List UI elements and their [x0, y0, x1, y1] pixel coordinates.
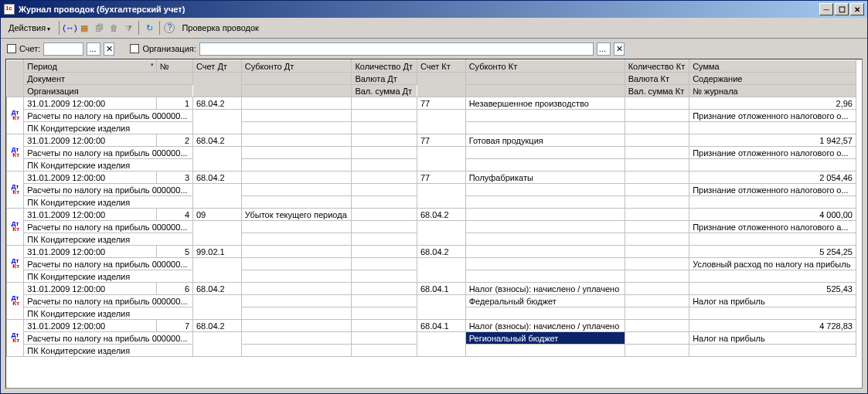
cell-subkonto-dt2: [241, 258, 352, 270]
col-valsum-kt[interactable]: Вал. сумма Кт: [625, 85, 689, 97]
cell-sum: 2 054,46: [689, 172, 856, 184]
cell-subkonto-dt: [241, 320, 352, 332]
col-valsum-dt[interactable]: Вал. сумма Дт: [352, 85, 417, 97]
cell-document: Расчеты по налогу на прибыль 000000...: [24, 258, 193, 270]
account-input[interactable]: [43, 42, 83, 56]
table-row[interactable]: Дт Кт31.01.2009 12:00:00668.04.268.04.1Н…: [7, 283, 856, 295]
cell-no: 2: [156, 134, 192, 147]
account-checkbox[interactable]: [7, 44, 16, 53]
col-qty-kt[interactable]: Количество Кт: [625, 60, 689, 73]
cell-currency-dt: [352, 110, 417, 122]
copy-icon[interactable]: 🗐: [93, 22, 105, 34]
check-entries-button[interactable]: Проверка проводок: [177, 21, 263, 35]
cell-subkonto-kt2: [465, 258, 625, 270]
app-icon: [4, 4, 15, 15]
table-row[interactable]: Расчеты по налогу на прибыль 000000...Пр…: [7, 184, 856, 196]
account-picker-button[interactable]: ...: [87, 42, 100, 56]
cell-subkonto-dt: [241, 97, 352, 110]
help-icon[interactable]: ?: [164, 22, 175, 33]
cell-period: 31.01.2009 12:00:00: [24, 283, 156, 295]
cell-account-kt: 77: [417, 97, 465, 110]
table-row[interactable]: Расчеты по налогу на прибыль 000000...Пр…: [7, 147, 856, 159]
cell-period: 31.01.2009 12:00:00: [24, 209, 156, 221]
col-currency-dt[interactable]: Валюта Дт: [352, 73, 417, 85]
cell-currency-dt: [352, 221, 417, 233]
org-checkbox[interactable]: [130, 44, 139, 53]
table-row[interactable]: Дт Кт31.01.2009 12:00:00409Убыток текуще…: [7, 209, 856, 221]
cell-qty-dt: [352, 246, 417, 258]
cell-subkonto-dt2: [241, 295, 352, 307]
col-document[interactable]: Документ: [24, 73, 193, 85]
account-clear-button[interactable]: ✕: [104, 42, 114, 56]
icon-column-header[interactable]: [7, 60, 24, 97]
table-row[interactable]: Дт Кт31.01.2009 12:00:00768.04.268.04.1Н…: [7, 320, 856, 332]
col-account-kt[interactable]: Счет Кт: [417, 60, 465, 73]
cell-organization: ПК Кондитерские изделия: [24, 196, 193, 209]
cell-subkonto-dt2: [241, 332, 352, 345]
table-row[interactable]: Расчеты по налогу на прибыль 000000...Пр…: [7, 221, 856, 233]
table-row[interactable]: Дт Кт31.01.2009 12:00:00268.04.277Готова…: [7, 134, 856, 147]
table-row[interactable]: Расчеты по налогу на прибыль 000000...Пр…: [7, 110, 856, 122]
cell-account-kt: 68.04.2: [417, 209, 465, 221]
col-journal-no[interactable]: № журнала: [689, 85, 856, 97]
org-picker-button[interactable]: ...: [597, 42, 611, 56]
actions-dropdown[interactable]: Действия: [4, 21, 55, 35]
delete-icon[interactable]: 🗑: [107, 22, 120, 34]
cell-currency-kt: [625, 221, 689, 233]
app-window: Журнал проводок (бухгалтерский учет) ─ ☐…: [0, 0, 868, 394]
grid[interactable]: Период № Счет Дт Субконто Дт Количество …: [5, 59, 863, 389]
cell-qty-kt: [625, 172, 689, 184]
table-row[interactable]: Расчеты по налогу на прибыль 000000...Фе…: [7, 295, 856, 307]
cell-no: 7: [156, 320, 192, 332]
cell-journal-no: [689, 122, 856, 134]
swap-icon[interactable]: (↔): [63, 22, 76, 34]
table-row[interactable]: Расчеты по налогу на прибыль 000000...Ус…: [7, 258, 856, 270]
table-row[interactable]: Расчеты по налогу на прибыль 000000...Ре…: [7, 332, 856, 345]
minimize-button[interactable]: ─: [819, 3, 833, 15]
filter-off-icon[interactable]: ⧩: [122, 22, 134, 34]
table-row[interactable]: Дт Кт31.01.2009 12:00:00368.04.277Полуфа…: [7, 172, 856, 184]
table-row[interactable]: Дт Кт31.01.2009 12:00:00168.04.277Незаве…: [7, 97, 856, 110]
col-organization[interactable]: Организация: [24, 85, 193, 97]
col-no[interactable]: №: [156, 60, 192, 73]
cell-subkonto-dt: [241, 172, 352, 184]
close-button[interactable]: ✕: [850, 3, 864, 15]
cell-journal-no: [689, 270, 856, 283]
org-input[interactable]: [199, 42, 594, 56]
col-subkonto-dt[interactable]: Субконто Дт: [241, 60, 352, 73]
cell-account-kt: 68.04.2: [417, 246, 465, 258]
col-currency-kt[interactable]: Валюта Кт: [625, 73, 689, 85]
col-account-dt[interactable]: Счет Дт: [193, 60, 242, 73]
cell-currency-kt: [625, 332, 689, 345]
col-period[interactable]: Период: [24, 60, 156, 73]
cell-valsum-kt: [625, 196, 689, 209]
cell-document: Расчеты по налогу на прибыль 000000...: [24, 332, 193, 345]
cell-account-dt: 68.04.2: [193, 134, 242, 147]
cell-document: Расчеты по налогу на прибыль 000000...: [24, 295, 193, 307]
cell-journal-no: [689, 345, 856, 357]
cell-currency-dt: [352, 295, 417, 307]
cell-qty-kt: [625, 246, 689, 258]
cell-content: Налог на прибыль: [689, 295, 856, 307]
cell-qty-dt: [352, 134, 417, 147]
org-clear-button[interactable]: ✕: [614, 42, 625, 56]
col-subkonto-kt[interactable]: Субконто Кт: [465, 60, 625, 73]
col-qty-dt[interactable]: Количество Дт: [352, 60, 417, 73]
cell-valsum-dt: [352, 122, 417, 134]
cell-document: Расчеты по налогу на прибыль 000000...: [24, 221, 193, 233]
maximize-button[interactable]: ☐: [835, 3, 849, 15]
cell-journal-no: [689, 159, 856, 172]
cell-sum: 5 254,25: [689, 246, 856, 258]
cell-content: Налог на прибыль: [689, 332, 856, 345]
table-row[interactable]: Дт Кт31.01.2009 12:00:00599.02.168.04.25…: [7, 246, 856, 258]
cell-subkonto-kt3: [465, 122, 625, 134]
cell-valsum-dt: [352, 196, 417, 209]
refresh-icon[interactable]: ↻: [143, 22, 155, 34]
cell-currency-dt: [352, 184, 417, 196]
cell-content: Признание отложенного налогового а...: [689, 221, 856, 233]
col-content[interactable]: Содержание: [689, 73, 856, 85]
filter-icon[interactable]: ▦: [78, 22, 90, 34]
col-sum[interactable]: Сумма: [689, 60, 856, 73]
cell-subkonto-kt: Налог (взносы): начислено / уплачено: [465, 283, 625, 295]
dtkt-icon: Дт Кт: [7, 246, 24, 283]
